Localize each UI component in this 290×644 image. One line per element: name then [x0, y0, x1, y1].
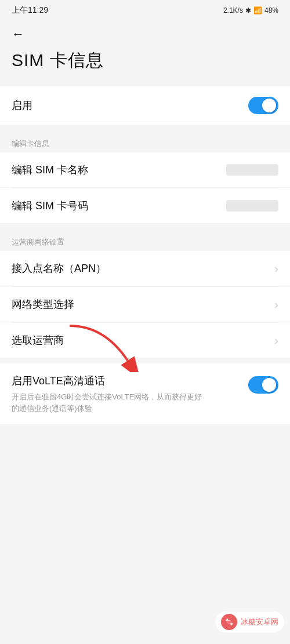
- status-icons: 2.1K/s ✱ 📶 48%: [223, 6, 278, 14]
- volte-toggle-slider: [248, 376, 278, 394]
- volte-header: 启用VoLTE高清通话 开启后在驻留4G时会尝试连接VoLTE网络，从而获得更好…: [12, 374, 278, 414]
- enable-toggle[interactable]: [248, 97, 278, 114]
- network-section-label: 运营商网络设置: [0, 229, 290, 251]
- volte-section: 启用VoLTE高清通话 开启后在驻留4G时会尝试连接VoLTE网络，从而获得更好…: [0, 363, 290, 424]
- network-type-chevron: ›: [274, 298, 278, 311]
- apn-row[interactable]: 接入点名称（APN） ›: [0, 251, 290, 286]
- volte-title: 启用VoLTE高清通话: [12, 374, 209, 388]
- edit-number-value: [226, 200, 278, 212]
- enable-row: 启用: [0, 86, 290, 125]
- status-bar: 上午11:29 2.1K/s ✱ 📶 48%: [0, 0, 290, 21]
- edit-number-row[interactable]: 编辑 SIM 卡号码: [0, 188, 290, 223]
- battery-icon: 48%: [264, 6, 278, 14]
- network-section: 接入点名称（APN） › 网络类型选择 › 选取运营商 ›: [0, 251, 290, 358]
- carrier-row[interactable]: 选取运营商 ›: [0, 323, 290, 358]
- edit-name-label: 编辑 SIM 卡名称: [12, 163, 88, 177]
- edit-name-row[interactable]: 编辑 SIM 卡名称: [0, 152, 290, 188]
- carrier-chevron: ›: [274, 334, 278, 347]
- enable-label: 启用: [12, 99, 32, 112]
- watermark-text: 冰糖安卓网: [241, 617, 278, 627]
- status-speed: 2.1K/s: [223, 6, 243, 14]
- status-time: 上午11:29: [12, 5, 48, 16]
- edit-name-value: [226, 164, 278, 176]
- watermark: 🍬 冰糖安卓网: [215, 612, 284, 632]
- enable-section: 启用: [0, 86, 290, 125]
- edit-section-label: 编辑卡信息: [0, 130, 290, 152]
- apn-label: 接入点名称（APN）: [12, 261, 106, 275]
- edit-number-label: 编辑 SIM 卡号码: [12, 199, 88, 213]
- volte-toggle[interactable]: [248, 376, 278, 394]
- volte-description: 开启后在驻留4G时会尝试连接VoLTE网络，从而获得更好的通信业务(通话等)体验: [12, 391, 209, 414]
- page-title: SIM 卡信息: [0, 44, 290, 86]
- network-section-wrapper: 运营商网络设置 接入点名称（APN） › 网络类型选择 › 选取运营商 ›: [0, 229, 290, 358]
- bluetooth-icon: ✱: [245, 6, 251, 14]
- apn-chevron: ›: [274, 262, 278, 275]
- carrier-label: 选取运营商: [12, 333, 64, 347]
- edit-section: 编辑 SIM 卡名称 编辑 SIM 卡号码: [0, 152, 290, 223]
- signal-icon: 📶: [253, 6, 262, 14]
- volte-text-group: 启用VoLTE高清通话 开启后在驻留4G时会尝试连接VoLTE网络，从而获得更好…: [12, 374, 209, 414]
- network-type-row[interactable]: 网络类型选择 ›: [0, 287, 290, 322]
- back-button[interactable]: ←: [12, 27, 24, 42]
- volte-section-wrapper: 启用VoLTE高清通话 开启后在驻留4G时会尝试连接VoLTE网络，从而获得更好…: [0, 363, 290, 424]
- watermark-logo: 🍬: [221, 614, 237, 630]
- edit-section-wrapper: 编辑卡信息 编辑 SIM 卡名称 编辑 SIM 卡号码: [0, 130, 290, 223]
- network-type-label: 网络类型选择: [12, 297, 74, 311]
- toggle-slider: [248, 97, 278, 114]
- back-area[interactable]: ←: [0, 21, 290, 44]
